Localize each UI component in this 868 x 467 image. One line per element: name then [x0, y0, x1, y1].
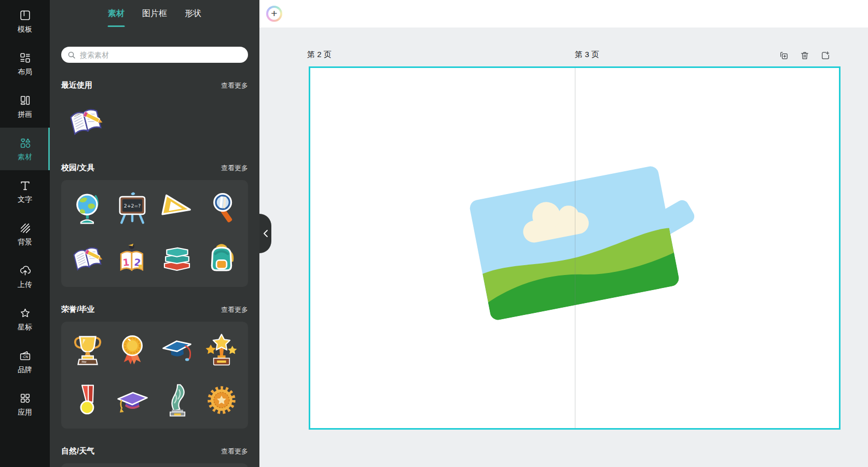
sticker-gold-badge[interactable]	[201, 378, 242, 422]
globe-icon	[70, 190, 106, 227]
see-more-recent-link[interactable]: 查看更多	[221, 81, 248, 90]
tab-shapes[interactable]: 形状	[185, 0, 201, 28]
add-element-button[interactable]: +	[266, 6, 282, 22]
sidebar-item-label: 文字	[18, 195, 32, 204]
sidebar-item-brand[interactable]: ·CN 品牌	[0, 340, 50, 383]
see-more-honor-link[interactable]: 查看更多	[221, 305, 248, 314]
sticker-open-book-numbers[interactable]: 1 2	[112, 236, 153, 281]
sidebar-item-collage[interactable]: 拼画	[0, 85, 50, 128]
assets-panel: 素材 图片框 形状 最近使用 查看更多	[50, 0, 259, 467]
sidebar-item-starred[interactable]: 星标	[0, 298, 50, 340]
sticker-backpack[interactable]	[201, 236, 242, 281]
star-trophy-icon	[203, 332, 240, 368]
sidebar-item-label: 拼画	[18, 110, 32, 119]
search-icon	[67, 51, 76, 59]
sidebar-item-label: 应用	[18, 408, 32, 417]
add-export-page-icon	[820, 50, 831, 61]
sticker-star-trophy[interactable]	[201, 328, 242, 373]
sidebar-item-apps[interactable]: 应用	[0, 383, 50, 425]
artboard-spread[interactable]	[309, 66, 841, 430]
upload-icon	[19, 264, 32, 277]
page-toolbar	[779, 50, 831, 61]
blackboard-icon: 2+2=?	[114, 190, 150, 227]
nav-rail: 模板 布局 拼画 素材 文字 背景 上传 星标	[0, 0, 50, 467]
graduation-cap-blue-icon	[159, 332, 195, 368]
duplicate-page-icon	[779, 50, 789, 61]
gold-medal-icon	[114, 332, 150, 368]
recent-stickers-row: LESSON 1	[61, 98, 248, 145]
duplicate-page-button[interactable]	[779, 50, 789, 61]
sticker-magnifier[interactable]	[201, 186, 242, 231]
section-title-nature: 自然/天气	[61, 446, 94, 456]
search-bar	[61, 47, 248, 63]
honor-stickers-card	[61, 322, 248, 429]
sticker-graduation-cap-blue[interactable]	[156, 328, 198, 373]
sidebar-item-templates[interactable]: 模板	[0, 0, 50, 43]
sidebar-item-background[interactable]: 背景	[0, 213, 50, 255]
gold-badge-icon	[203, 382, 240, 418]
trophy-icon	[70, 332, 106, 368]
sidebar-item-label: 品牌	[18, 365, 32, 375]
page-3-label: 第 3 页	[575, 50, 599, 60]
sidebar-item-uploads[interactable]: 上传	[0, 255, 50, 298]
sticker-red-ribbon-medal[interactable]	[67, 378, 108, 422]
page-spread-divider	[575, 68, 575, 428]
sidebar-item-assets[interactable]: 素材	[0, 128, 50, 170]
flag-landscape-element[interactable]	[475, 171, 698, 332]
sticker-globe[interactable]	[67, 186, 108, 231]
open-book-pencil-icon	[70, 240, 106, 277]
sidebar-item-label: 星标	[18, 323, 32, 332]
apps-icon	[19, 392, 32, 405]
section-title-honor: 荣誉/毕业	[61, 305, 94, 314]
search-input[interactable]	[80, 51, 242, 59]
sticker-open-book-pencil[interactable]: LESSON 1	[63, 98, 109, 145]
sidebar-item-label: 上传	[18, 280, 32, 290]
design-editor-app: 模板 布局 拼画 素材 文字 背景 上传 星标	[0, 0, 868, 467]
book-number-1: 1	[122, 257, 130, 268]
tab-photo-frames[interactable]: 图片框	[142, 0, 167, 28]
page-header-row: 第 2 页 第 3 页	[259, 50, 868, 62]
assets-icon	[19, 136, 32, 149]
flag-landscape-art	[469, 165, 680, 321]
see-more-nature-link[interactable]: 查看更多	[221, 447, 248, 456]
star-icon	[19, 307, 32, 320]
add-export-page-button[interactable]	[820, 50, 831, 61]
template-icon	[19, 9, 32, 22]
collage-icon	[19, 94, 32, 107]
cloud-shape	[518, 195, 591, 244]
panel-collapse-button[interactable]	[259, 214, 271, 253]
sidebar-item-text[interactable]: 文字	[0, 170, 50, 213]
panel-tabs: 素材 图片框 形状	[50, 0, 259, 28]
blackboard-text: 2+2=?	[124, 203, 141, 209]
delete-page-button[interactable]	[800, 50, 810, 61]
open-book-numbers-icon: 1 2	[114, 240, 150, 277]
sidebar-item-label: 布局	[18, 67, 32, 77]
sticker-glass-award[interactable]	[156, 378, 198, 422]
see-more-school-link[interactable]: 查看更多	[221, 163, 248, 173]
text-icon	[19, 179, 32, 192]
magnifier-icon	[203, 190, 240, 227]
delete-page-icon	[800, 50, 810, 61]
brand-icon: ·CN	[19, 349, 32, 362]
sidebar-item-label: 模板	[18, 25, 32, 34]
sticker-trophy[interactable]	[67, 328, 108, 373]
nature-stickers-card	[61, 463, 248, 467]
section-title-school: 校园/文具	[61, 163, 94, 173]
set-square-icon	[159, 190, 195, 227]
sticker-set-square[interactable]	[156, 186, 198, 231]
background-icon	[19, 222, 32, 235]
sidebar-item-label: 背景	[18, 238, 32, 247]
sidebar-item-layouts[interactable]: 布局	[0, 43, 50, 85]
sticker-graduation-cap-purple[interactable]	[112, 378, 153, 422]
sticker-book-stack[interactable]	[156, 236, 198, 281]
workspace: + 第 2 页 第 3 页	[259, 0, 868, 467]
open-book-pencil-icon: LESSON 1	[66, 101, 106, 142]
sticker-open-book-pencil[interactable]	[67, 236, 108, 281]
tab-assets[interactable]: 素材	[108, 0, 125, 28]
chevron-left-icon	[263, 229, 268, 238]
graduation-cap-purple-icon	[114, 382, 150, 418]
sticker-blackboard[interactable]: 2+2=?	[112, 186, 153, 231]
sticker-gold-medal[interactable]	[112, 328, 153, 373]
glass-award-icon	[159, 382, 195, 418]
book-stack-icon	[159, 240, 195, 277]
